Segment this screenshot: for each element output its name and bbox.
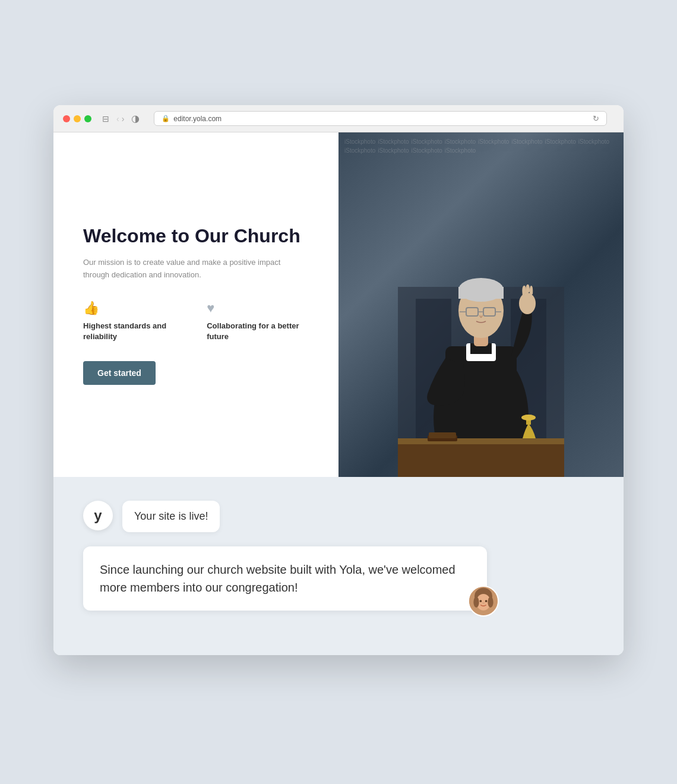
yola-avatar: y <box>83 501 113 530</box>
watermark-11: iStockphoto <box>412 147 442 154</box>
watermark-5: iStockphoto <box>478 138 509 145</box>
user-avatar <box>468 586 499 617</box>
watermark-1: iStockphoto <box>344 138 375 145</box>
svg-rect-17 <box>398 441 564 477</box>
feature-item-2: ♥ Collaborating for a better future <box>207 301 309 342</box>
chat-response-row: Since launching our church website built… <box>83 546 594 611</box>
watermark-12: iStockphoto <box>445 147 476 154</box>
avatar-letter: y <box>94 507 102 524</box>
watermark-4: iStockphoto <box>445 138 476 145</box>
svg-point-28 <box>488 597 493 608</box>
hero-title: Welcome to Our Church <box>83 225 309 247</box>
nav-arrows: ‹ › <box>116 114 124 124</box>
svg-point-20 <box>521 415 536 421</box>
live-message-text: Your site is live! <box>134 510 208 522</box>
website-content: Welcome to Our Church Our mission is to … <box>53 132 624 477</box>
sidebar-icon: ⊟ <box>102 114 109 124</box>
watermark-8: iStockphoto <box>578 138 609 145</box>
minimize-button[interactable] <box>74 115 81 122</box>
forward-button[interactable]: › <box>122 114 125 124</box>
watermark-9: iStockphoto <box>344 147 375 154</box>
watermark-3: iStockphoto <box>412 138 442 145</box>
traffic-lights <box>63 115 91 122</box>
theme-icon: ◑ <box>131 113 140 124</box>
watermark-10: iStockphoto <box>378 147 409 154</box>
svg-rect-22 <box>429 432 456 438</box>
right-panel: iStockphoto iStockphoto iStockphoto iSto… <box>338 132 624 477</box>
watermark-2: iStockphoto <box>378 138 409 145</box>
browser-window: ⊟ ‹ › ◑ 🔒 editor.yola.com ↻ Welcome to O… <box>53 105 624 655</box>
chat-message-row-1: y Your site is live! <box>83 501 594 532</box>
svg-rect-10 <box>458 287 504 299</box>
svg-rect-18 <box>398 438 564 444</box>
heart-icon: ♥ <box>207 301 309 316</box>
feature-label-1: Highest standards and reliability <box>83 321 188 342</box>
response-bubble: Since launching our church website built… <box>83 546 487 611</box>
hero-image: iStockphoto iStockphoto iStockphoto iSto… <box>338 132 624 477</box>
svg-point-27 <box>473 597 479 608</box>
left-panel: Welcome to Our Church Our mission is to … <box>53 132 338 477</box>
priest-figure <box>398 168 564 477</box>
address-bar[interactable]: 🔒 editor.yola.com ↻ <box>154 111 607 126</box>
watermark-6: iStockphoto <box>511 138 542 145</box>
maximize-button[interactable] <box>84 115 91 122</box>
refresh-button[interactable]: ↻ <box>593 114 599 123</box>
svg-point-30 <box>485 600 488 602</box>
watermark-7: iStockphoto <box>545 138 576 145</box>
get-started-button[interactable]: Get started <box>83 361 156 385</box>
lock-icon: 🔒 <box>162 115 170 122</box>
url-text: editor.yola.com <box>173 115 222 123</box>
live-message-bubble: Your site is live! <box>122 501 220 532</box>
close-button[interactable] <box>63 115 70 122</box>
svg-point-29 <box>480 600 482 602</box>
svg-point-16 <box>519 293 536 314</box>
response-message-text: Since launching our church website built… <box>100 563 455 594</box>
browser-chrome: ⊟ ‹ › ◑ 🔒 editor.yola.com ↻ <box>53 105 624 132</box>
chat-section: y Your site is live! Since launching our… <box>53 477 624 655</box>
hero-description: Our mission is to create value and make … <box>83 257 309 282</box>
feature-item-1: 👍 Highest standards and reliability <box>83 301 188 342</box>
thumbs-up-icon: 👍 <box>83 301 188 316</box>
feature-label-2: Collaborating for a better future <box>207 321 309 342</box>
features-row: 👍 Highest standards and reliability ♥ Co… <box>83 301 309 342</box>
back-button[interactable]: ‹ <box>116 114 119 124</box>
